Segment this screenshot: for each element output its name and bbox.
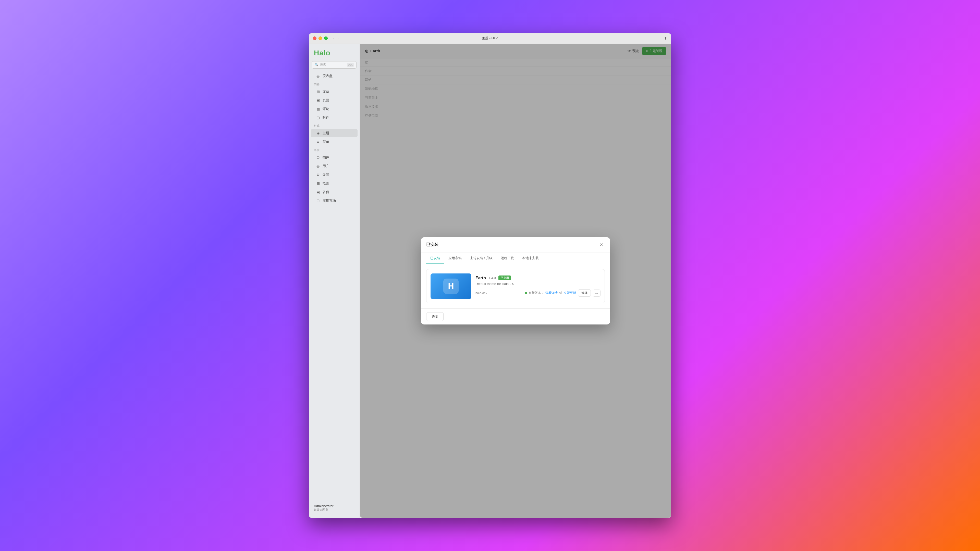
sidebar-item-overview[interactable]: ▦ 概览: [311, 179, 358, 187]
sidebar-item-label: 仪表盘: [323, 74, 332, 78]
backup-icon: ▣: [316, 190, 320, 194]
user-role: 超级管理员: [314, 508, 334, 512]
settings-icon: ⚙: [316, 173, 320, 177]
modal-header: 已安装 ✕: [421, 237, 610, 253]
mac-window: ‹ › 主题 - Halo ⬆ Halo 🔍 搜索 ⌘K ◎ 仪表盘 内容 ▦ …: [309, 33, 671, 518]
maximize-window-button[interactable]: [324, 37, 328, 40]
modal-footer: 关闭: [421, 308, 610, 324]
sidebar-section-appearance: 外观: [309, 122, 360, 129]
sidebar: Halo 🔍 搜索 ⌘K ◎ 仪表盘 内容 ▦ 文章 ▣ 页面 ▤: [309, 44, 360, 518]
update-info: 有新版本， 查看详情 或 立即更新: [525, 291, 576, 295]
update-detail-link[interactable]: 查看详情: [546, 291, 558, 295]
sidebar-item-dashboard[interactable]: ◎ 仪表盘: [311, 72, 358, 80]
theme-footer: halo-dev 有新版本， 查看详情 或 立即更新: [476, 289, 600, 297]
modal-title: 已安装: [426, 242, 438, 248]
modal-backdrop: 已安装 ✕ 已安装 应用市场 上传安装 / 升级 远程下载 本地未安装: [360, 44, 671, 518]
app-body: Halo 🔍 搜索 ⌘K ◎ 仪表盘 内容 ▦ 文章 ▣ 页面 ▤: [309, 44, 671, 518]
theme-version: 1.4.0: [488, 276, 496, 280]
sidebar-item-label: 设置: [323, 172, 329, 177]
sidebar-item-label: 文章: [323, 89, 329, 94]
theme-actions: 有新版本， 查看详情 或 立即更新 选择 ···: [525, 289, 600, 297]
tab-remote[interactable]: 远程下载: [496, 253, 518, 264]
theme-info: Earth 1.4.0 已启用 Default theme for Halo 2…: [476, 275, 600, 297]
theme-enabled-badge: 已启用: [498, 275, 511, 280]
sidebar-item-label: 应用市场: [323, 198, 336, 203]
forward-button[interactable]: ›: [337, 36, 340, 41]
share-button[interactable]: ⬆: [664, 36, 667, 40]
search-icon: 🔍: [315, 63, 318, 67]
user-more-button[interactable]: ···: [352, 506, 355, 510]
modal-close-button[interactable]: ✕: [598, 241, 605, 248]
theme-thumbnail-letter: H: [443, 279, 458, 294]
themes-icon: ◈: [316, 131, 320, 135]
installed-themes-modal: 已安装 ✕ 已安装 应用市场 上传安装 / 升级 远程下载 本地未安装: [421, 237, 610, 324]
content-area: ◎ Earth 👁 预览 ≡ 主题管理 ID: [360, 44, 671, 518]
traffic-lights: [313, 37, 328, 40]
sidebar-item-plugins[interactable]: ⬡ 插件: [311, 153, 358, 162]
users-icon: ◎: [316, 164, 320, 168]
back-button[interactable]: ‹: [332, 36, 335, 41]
theme-card-earth: H Earth 1.4.0 已启用 Default theme for Halo…: [426, 269, 605, 303]
tab-upload[interactable]: 上传安装 / 升级: [466, 253, 496, 264]
pages-icon: ▣: [316, 98, 320, 102]
theme-description: Default theme for Halo 2.0: [476, 282, 600, 286]
update-indicator: [525, 292, 527, 294]
search-shortcut: ⌘K: [347, 63, 354, 67]
modal-body: H Earth 1.4.0 已启用 Default theme for Halo…: [421, 264, 610, 308]
theme-author: halo-dev: [476, 291, 487, 295]
update-or: 或: [559, 291, 562, 295]
select-button[interactable]: 选择: [578, 289, 591, 297]
nav-buttons: ‹ ›: [332, 36, 340, 41]
close-modal-button[interactable]: 关闭: [426, 312, 444, 321]
sidebar-item-themes[interactable]: ◈ 主题: [311, 129, 358, 137]
search-bar[interactable]: 🔍 搜索 ⌘K: [312, 61, 356, 68]
sidebar-item-label: 主题: [323, 131, 329, 135]
sidebar-footer: Administrator 超级管理员 ···: [309, 501, 360, 515]
sidebar-item-articles[interactable]: ▦ 文章: [311, 87, 358, 96]
more-actions-button[interactable]: ···: [593, 289, 600, 297]
modal-tabs: 已安装 应用市场 上传安装 / 升级 远程下载 本地未安装: [421, 253, 610, 264]
sidebar-section-content: 内容: [309, 80, 360, 87]
theme-title-row: Earth 1.4.0 已启用: [476, 275, 600, 280]
dashboard-icon: ◎: [316, 74, 320, 78]
minimize-window-button[interactable]: [318, 37, 322, 40]
tab-appmarket[interactable]: 应用市场: [444, 253, 466, 264]
sidebar-item-pages[interactable]: ▣ 页面: [311, 96, 358, 104]
sidebar-item-label: 附件: [323, 115, 329, 120]
close-window-button[interactable]: [313, 37, 317, 40]
search-placeholder: 搜索: [320, 63, 326, 67]
sidebar-item-backup[interactable]: ▣ 备份: [311, 188, 358, 196]
plugins-icon: ⬡: [316, 156, 320, 159]
sidebar-section-system: 系统: [309, 146, 360, 153]
comments-icon: ▤: [316, 107, 320, 111]
user-details: Administrator 超级管理员: [314, 504, 334, 512]
app-logo: Halo: [309, 47, 360, 61]
articles-icon: ▦: [316, 89, 320, 94]
update-text: 有新版本，: [528, 291, 544, 295]
menus-icon: ≡: [316, 140, 320, 144]
update-action-link[interactable]: 立即更新: [564, 291, 576, 295]
sidebar-item-label: 插件: [323, 155, 329, 160]
appmarket-icon: ⬡: [316, 199, 320, 203]
window-title: 主题 - Halo: [482, 36, 498, 41]
tab-installed[interactable]: 已安装: [426, 253, 444, 264]
sidebar-item-label: 概览: [323, 181, 329, 186]
sidebar-item-label: 评论: [323, 106, 329, 111]
sidebar-item-label: 用户: [323, 164, 329, 168]
theme-name-label: Earth: [476, 276, 486, 280]
sidebar-item-label: 备份: [323, 190, 329, 194]
title-bar: ‹ › 主题 - Halo ⬆: [309, 33, 671, 44]
attachments-icon: ▢: [316, 116, 320, 120]
sidebar-item-label: 页面: [323, 98, 329, 103]
tab-local[interactable]: 本地未安装: [518, 253, 543, 264]
sidebar-item-appmarket[interactable]: ⬡ 应用市场: [311, 197, 358, 205]
user-info: Administrator 超级管理员 ···: [314, 504, 355, 512]
sidebar-item-comments[interactable]: ▤ 评论: [311, 105, 358, 113]
sidebar-item-users[interactable]: ◎ 用户: [311, 162, 358, 170]
username: Administrator: [314, 504, 334, 508]
sidebar-item-attachments[interactable]: ▢ 附件: [311, 114, 358, 122]
sidebar-item-settings[interactable]: ⚙ 设置: [311, 171, 358, 179]
theme-thumbnail: H: [431, 273, 471, 299]
sidebar-item-label: 菜单: [323, 140, 329, 144]
sidebar-item-menus[interactable]: ≡ 菜单: [311, 138, 358, 146]
